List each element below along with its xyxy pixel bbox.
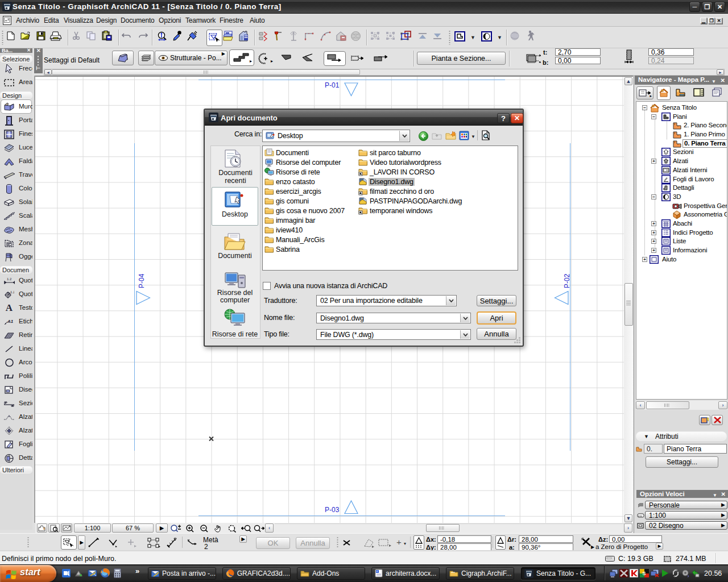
svg-text:A1: A1 [7,319,14,324]
svg-text:1.2: 1.2 [10,290,14,294]
svg-text:1.2: 1.2 [7,277,12,281]
svg-text:S: S [643,571,646,576]
